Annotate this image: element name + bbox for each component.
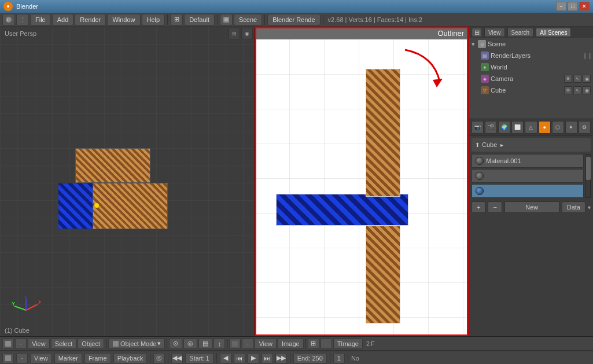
vt-mesh-btn[interactable]: ▤ (198, 339, 212, 349)
axis-indicator: X Y Z (12, 296, 35, 319)
uv-dot-icon[interactable]: · (242, 339, 253, 349)
window-menu[interactable]: Window (107, 14, 140, 25)
eye-btn[interactable]: 👁 (564, 75, 572, 83)
help-menu[interactable]: Help (142, 14, 165, 25)
tl-mode-icon[interactable] (2, 353, 14, 363)
layout-icon[interactable]: ⊞ (170, 14, 183, 25)
prop-object-icon[interactable]: ⬜ (511, 121, 524, 134)
uv-image-btn[interactable]: Image (278, 339, 304, 349)
info-button[interactable]: i (2, 14, 15, 25)
vt-snap-btn[interactable]: ⊙ (169, 339, 182, 349)
dots-button[interactable]: ⋮ (16, 14, 29, 25)
mat-new-btn[interactable]: New (504, 201, 559, 213)
cube-cursor-btn[interactable]: ↖ (573, 86, 581, 94)
prop-cube-label: Cube (482, 141, 497, 148)
uv-mode-icon[interactable] (229, 339, 241, 349)
vt-view-btn[interactable]: View (28, 339, 50, 349)
mat-data-btn[interactable]: Data (562, 201, 585, 213)
camera-icon: ◈ (481, 75, 489, 83)
render-btn[interactable]: ◉ (583, 75, 591, 83)
uv-timage-btn[interactable]: TImage (333, 339, 363, 349)
uv-view-btn[interactable]: View (255, 339, 277, 349)
outliner-all-scenes-btn[interactable]: All Scenes (536, 28, 571, 37)
vt-dot-icon[interactable]: · (15, 339, 27, 349)
uv-sync-icon[interactable]: ⊞ (308, 339, 319, 349)
outliner-view-btn[interactable]: View (484, 28, 505, 37)
uv-vertical-top (366, 69, 400, 197)
vt-extra-btn[interactable]: ↕ (213, 339, 225, 349)
tl-playback-btn[interactable]: Playback (113, 353, 148, 363)
material-scrollbar[interactable] (585, 154, 591, 198)
outliner-cube[interactable]: ▽ Cube 👁 ↖ ◉ (469, 84, 593, 96)
scene-selector[interactable]: Scene (234, 14, 262, 25)
uv-editor[interactable]: Outliner (255, 27, 469, 336)
maximize-button[interactable]: □ (568, 2, 578, 11)
tl-back-btn[interactable]: ◀ (220, 353, 231, 363)
svg-point-5 (224, 18, 228, 21)
layout-selector[interactable]: Default (184, 14, 215, 25)
prop-scene-icon[interactable]: 🎬 (485, 121, 497, 134)
tl-dot-icon[interactable]: · (16, 353, 28, 363)
material-slot-2[interactable] (472, 169, 584, 183)
add-menu[interactable]: Add (52, 14, 74, 25)
start-text: Start: (189, 355, 204, 362)
vt-select-btn[interactable]: Select (51, 339, 77, 349)
close-button[interactable]: ✕ (579, 2, 590, 11)
material-ball-2 (476, 172, 484, 180)
prop-physics-icon[interactable]: ⚙ (579, 121, 591, 134)
prop-world-icon[interactable]: 🌍 (498, 121, 510, 134)
scene-icon[interactable] (220, 14, 233, 25)
mat-add-btn[interactable]: + (472, 201, 485, 213)
outliner-world-label: World (491, 64, 507, 71)
render-menu[interactable]: Render (75, 14, 106, 25)
svg-rect-16 (5, 355, 11, 361)
vt-proportional-btn[interactable]: ◎ (183, 339, 197, 349)
mat-minus-btn[interactable]: − (488, 201, 502, 213)
prop-texture-icon[interactable]: ⬡ (552, 121, 564, 134)
prop-material-icon[interactable]: ● (539, 121, 551, 134)
tl-play-btn[interactable]: ▶ (248, 353, 259, 363)
outliner-search-btn[interactable]: Search (507, 28, 534, 37)
tl-end-label[interactable]: End: 250 (293, 353, 327, 363)
cube-eye-btn[interactable]: 👁 (564, 86, 572, 94)
render-engine[interactable]: Blender Rende (267, 14, 320, 25)
uv-dot2-icon[interactable]: · (321, 339, 332, 349)
tl-marker-btn[interactable]: Marker (54, 353, 82, 363)
tl-frame-btn[interactable]: Frame (84, 353, 111, 363)
prop-particles-icon[interactable]: ✦ (565, 121, 577, 134)
tl-fwd-step-btn[interactable]: ⏭ (261, 353, 273, 363)
svg-rect-15 (232, 341, 238, 347)
camera-icon[interactable]: ◉ (241, 28, 253, 39)
minimize-button[interactable]: − (556, 2, 566, 11)
svg-rect-13 (5, 341, 11, 347)
tl-frame-val[interactable]: 1 (333, 353, 345, 363)
view-mode-icon[interactable]: ⊞ (229, 28, 240, 39)
vt-object-btn[interactable]: Object (78, 339, 104, 349)
cube-render-btn[interactable]: ◉ (583, 86, 591, 94)
outliner-camera[interactable]: ◈ Camera 👁 ↖ ◉ (469, 73, 593, 84)
file-menu[interactable]: File (30, 14, 51, 25)
tl-prev-btn[interactable]: ◀◀ (171, 353, 183, 363)
vt-object-mode-btn[interactable]: Object Mode ▾ (108, 339, 165, 349)
tl-no-label: No (351, 355, 359, 362)
viewport-3d[interactable]: User Persp X Y Z (1) Cube ⊞ ◉ (0, 27, 255, 336)
outliner-renderlayers[interactable]: ▤ RenderLayers | | (469, 50, 593, 61)
tl-back-step-btn[interactable]: ⏮ (234, 353, 245, 363)
mat-dropdown-btn[interactable]: ▾ (588, 204, 591, 211)
material-slot-3[interactable] (472, 184, 584, 198)
vt-mode-icon[interactable] (2, 339, 14, 349)
material-slot-1[interactable]: Material.001 (472, 154, 584, 168)
viewport-toolbar: · View Select Object Object Mode ▾ ⊙ ◎ ▤… (0, 337, 593, 351)
cube-front-face (93, 183, 168, 229)
outliner-scene[interactable]: ▾ ⊙ Scene (469, 38, 593, 50)
prop-render-icon[interactable]: 📷 (472, 121, 484, 134)
uv-frame-num: 2 (366, 340, 370, 347)
prop-mesh-icon[interactable]: △ (525, 121, 537, 134)
tl-fwd-btn[interactable]: ▶▶ (275, 353, 287, 363)
cursor-btn[interactable]: ↖ (573, 75, 581, 83)
outliner-menu-btn[interactable]: ⊞ (472, 28, 482, 37)
tl-anim-icon[interactable]: ◎ (153, 353, 165, 363)
uv-cross (255, 39, 469, 336)
tl-view-btn[interactable]: View (30, 353, 52, 363)
outliner-world[interactable]: ● World (469, 61, 593, 73)
